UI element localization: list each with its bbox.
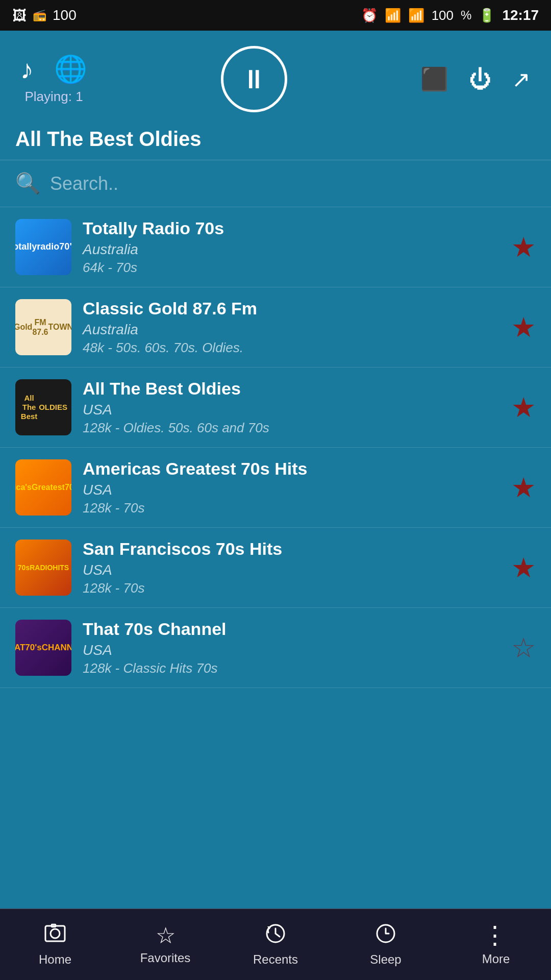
station-meta: 128k - Oldies. 50s. 60s and 70s xyxy=(83,420,500,436)
station-name: Americas Greatest 70s Hits xyxy=(83,459,500,479)
image-icon: 🖼 xyxy=(12,7,27,24)
station-meta: 128k - 70s xyxy=(83,500,500,516)
station-logo: All The BestOLDIES xyxy=(15,379,71,435)
pause-icon: ⏸ xyxy=(241,66,267,92)
station-country: USA xyxy=(83,562,500,578)
search-bar: 🔍 xyxy=(0,160,551,207)
station-info: Americas Greatest 70s Hits USA 128k - 70… xyxy=(71,459,511,516)
status-bar: 🖼 📻 100 ⏰ 📶 📶 100 % 🔋 12:17 xyxy=(0,0,551,31)
station-item[interactable]: All The BestOLDIES All The Best Oldies U… xyxy=(0,368,551,448)
favorites-icon: ☆ xyxy=(156,924,176,947)
station-logo: America'sGreatest70sHits xyxy=(15,459,71,516)
station-name: Totally Radio 70s xyxy=(83,218,500,238)
station-logo: 70sRADIOHITS xyxy=(15,540,71,596)
search-icon: 🔍 xyxy=(15,172,41,195)
status-count: 100 xyxy=(53,7,77,23)
favorite-button[interactable]: ★ xyxy=(511,391,536,424)
nav-sleep-label: Sleep xyxy=(370,952,401,967)
status-left: 🖼 📻 100 xyxy=(12,7,77,24)
station-info: San Franciscos 70s Hits USA 128k - 70s xyxy=(71,539,511,596)
station-item[interactable]: America'sGreatest70sHits Americas Greate… xyxy=(0,448,551,528)
nav-more[interactable]: ⋮ More xyxy=(441,909,551,980)
station-country: USA xyxy=(83,402,500,418)
station-meta: 128k - 70s xyxy=(83,580,500,596)
battery-text: % xyxy=(461,8,471,22)
power-icon: ⏻ xyxy=(469,66,491,91)
station-list: totallyradio70's Totally Radio 70s Austr… xyxy=(0,207,551,688)
station-item[interactable]: 70sRADIOHITS San Franciscos 70s Hits USA… xyxy=(0,528,551,608)
station-name: All The Best Oldies xyxy=(83,379,500,399)
pause-button[interactable]: ⏸ xyxy=(221,46,287,112)
playing-label: Playing: 1 xyxy=(24,89,83,105)
favorite-button[interactable]: ★ xyxy=(511,472,536,504)
station-logo: ClassicGoldFM 87.6TOWNSVILLE xyxy=(15,299,71,355)
recents-icon xyxy=(264,922,287,948)
nav-home[interactable]: Home xyxy=(0,909,110,980)
battery-icon: 🔋 xyxy=(479,8,495,23)
station-country: USA xyxy=(83,642,500,658)
station-item[interactable]: ClassicGoldFM 87.6TOWNSVILLE Classic Gol… xyxy=(0,287,551,368)
top-left-section: ♪ 🌐 Playing: 1 xyxy=(20,54,87,105)
power-button[interactable]: ⏻ xyxy=(469,66,491,92)
stop-button[interactable]: ⬛ xyxy=(420,66,448,92)
globe-icon: 🌐 xyxy=(54,54,87,84)
nav-recents-label: Recents xyxy=(253,952,298,967)
station-country: Australia xyxy=(83,322,500,338)
music-note-button[interactable]: ♪ xyxy=(20,54,34,85)
station-country: Australia xyxy=(83,241,500,258)
status-right: ⏰ 📶 📶 100 % 🔋 12:17 xyxy=(361,7,539,23)
station-info: Totally Radio 70s Australia 64k - 70s xyxy=(71,218,511,276)
favorite-button[interactable]: ★ xyxy=(511,311,536,344)
nav-sleep[interactable]: Sleep xyxy=(331,909,441,980)
station-name: San Franciscos 70s Hits xyxy=(83,539,500,559)
favorite-button[interactable]: ★ xyxy=(511,231,536,263)
share-button[interactable]: ↗ xyxy=(512,66,531,92)
nav-recents[interactable]: Recents xyxy=(220,909,331,980)
station-name: Classic Gold 87.6 Fm xyxy=(83,299,500,318)
nav-more-label: More xyxy=(482,952,510,966)
station-logo: THAT70'sCHANNEL xyxy=(15,620,71,676)
station-info: Classic Gold 87.6 Fm Australia 48k - 50s… xyxy=(71,299,511,356)
signal-icon: 📶 xyxy=(408,8,424,23)
top-right-section: ⬛ ⏻ ↗ xyxy=(420,66,531,92)
radio-icon: 📻 xyxy=(33,9,46,22)
bottom-nav: Home ☆ Favorites Recents Sleep ⋮ More xyxy=(0,909,551,980)
nav-home-label: Home xyxy=(39,952,71,967)
home-icon xyxy=(44,922,66,948)
sleep-icon xyxy=(374,922,397,948)
svg-point-1 xyxy=(51,929,60,938)
music-note-icon: ♪ xyxy=(20,55,34,84)
wifi-icon: 📶 xyxy=(385,8,401,23)
stop-icon: ⬛ xyxy=(420,66,448,91)
battery-percent: 100 xyxy=(432,8,454,23)
station-item[interactable]: THAT70'sCHANNEL That 70s Channel USA 128… xyxy=(0,608,551,688)
favorite-button[interactable]: ★ xyxy=(511,552,536,584)
station-meta: 128k - Classic Hits 70s xyxy=(83,660,500,676)
time-display: 12:17 xyxy=(502,7,539,23)
now-playing-title: All The Best Oldies xyxy=(0,122,551,160)
top-controls: ♪ 🌐 Playing: 1 ⏸ ⬛ ⏻ ↗ xyxy=(0,31,551,122)
station-info: All The Best Oldies USA 128k - Oldies. 5… xyxy=(71,379,511,436)
station-logo: totallyradio70's xyxy=(15,219,71,275)
more-icon: ⋮ xyxy=(483,923,509,948)
share-icon: ↗ xyxy=(512,67,531,92)
nav-favorites-label: Favorites xyxy=(140,951,191,965)
globe-button[interactable]: 🌐 xyxy=(54,54,87,85)
search-input[interactable] xyxy=(50,173,536,194)
nav-favorites[interactable]: ☆ Favorites xyxy=(110,909,220,980)
station-country: USA xyxy=(83,482,500,498)
favorite-button[interactable]: ☆ xyxy=(511,632,536,664)
station-info: That 70s Channel USA 128k - Classic Hits… xyxy=(71,619,511,676)
station-meta: 64k - 70s xyxy=(83,260,500,276)
station-item[interactable]: totallyradio70's Totally Radio 70s Austr… xyxy=(0,207,551,287)
station-name: That 70s Channel xyxy=(83,619,500,639)
alarm-icon: ⏰ xyxy=(361,8,378,23)
station-meta: 48k - 50s. 60s. 70s. Oldies. xyxy=(83,340,500,356)
